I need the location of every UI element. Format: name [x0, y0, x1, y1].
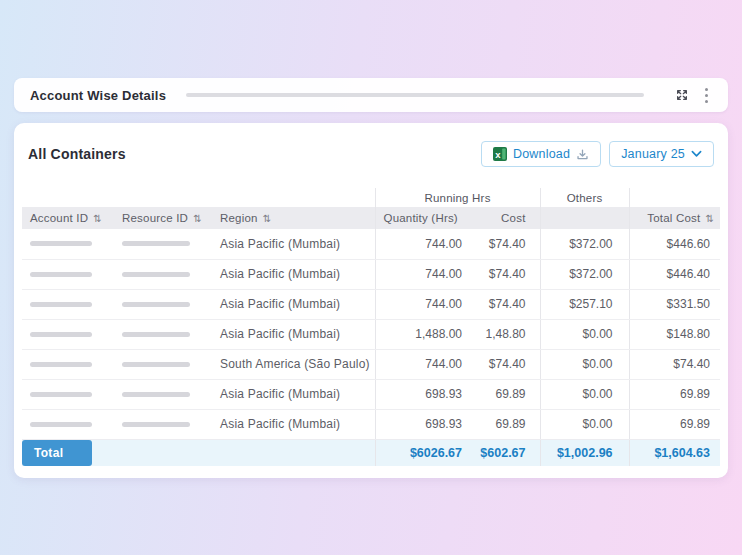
account-id-placeholder [30, 272, 92, 277]
cost-cell: 1,48.80 [467, 319, 540, 349]
account-id-cell [22, 289, 114, 319]
total-cost: $602.67 [467, 439, 540, 466]
panel-actions: x Download January 25 [481, 141, 714, 167]
total-cost-cell: $446.40 [629, 259, 720, 289]
column-header-row: Account ID⇅ Resource ID⇅ Region⇅ Quantit… [22, 207, 720, 229]
total-cost-cell: 69.89 [629, 409, 720, 439]
group-header-row: Running Hrs Others [22, 188, 720, 207]
table-body: Asia Pacific (Mumbai) 744.00 $74.40 $372… [22, 229, 720, 439]
cost-cell: $74.40 [467, 349, 540, 379]
expand-icon[interactable] [670, 83, 694, 107]
drag-handle-line [186, 93, 644, 97]
column-header-others-empty [540, 207, 629, 229]
others-cell: $0.00 [540, 349, 629, 379]
others-cell: $0.00 [540, 379, 629, 409]
region-cell: Asia Pacific (Mumbai) [212, 289, 375, 319]
panel-title: All Containers [28, 146, 126, 162]
download-button-label: Download [513, 147, 570, 161]
month-dropdown[interactable]: January 25 [609, 141, 714, 167]
resource-id-cell [114, 229, 212, 259]
quantity-cell: 744.00 [375, 229, 467, 259]
total-badge-cell: Total [22, 439, 114, 466]
account-id-cell [22, 409, 114, 439]
others-cell: $0.00 [540, 319, 629, 349]
resource-id-cell [114, 379, 212, 409]
others-cell: $372.00 [540, 229, 629, 259]
account-id-cell [22, 319, 114, 349]
all-containers-card: All Containers x Download [14, 123, 728, 478]
table-row: Asia Pacific (Mumbai) 744.00 $74.40 $372… [22, 259, 720, 289]
resource-id-placeholder [122, 362, 190, 367]
region-cell: South America (São Paulo) [212, 349, 375, 379]
others-cell: $257.10 [540, 289, 629, 319]
table-row: Asia Pacific (Mumbai) 1,488.00 1,48.80 $… [22, 319, 720, 349]
resource-id-cell [114, 349, 212, 379]
table-row: Asia Pacific (Mumbai) 744.00 $74.40 $372… [22, 229, 720, 259]
region-cell: Asia Pacific (Mumbai) [212, 259, 375, 289]
quantity-cell: 744.00 [375, 259, 467, 289]
account-id-placeholder [30, 332, 92, 337]
sort-icon: ⇅ [193, 213, 202, 224]
others-cell: $0.00 [540, 409, 629, 439]
account-id-cell [22, 379, 114, 409]
account-id-placeholder [30, 422, 92, 427]
table-row: Asia Pacific (Mumbai) 698.93 69.89 $0.00… [22, 409, 720, 439]
table-row: Asia Pacific (Mumbai) 698.93 69.89 $0.00… [22, 379, 720, 409]
sort-icon: ⇅ [705, 213, 714, 224]
quantity-cell: 1,488.00 [375, 319, 467, 349]
chevron-down-icon [691, 150, 702, 158]
resource-id-placeholder [122, 272, 190, 277]
cost-cell: $74.40 [467, 259, 540, 289]
total-row: Total $6026.67 $602.67 $1,002.96 $1,604.… [22, 439, 720, 466]
group-header-others: Others [540, 188, 629, 207]
cost-cell: 69.89 [467, 379, 540, 409]
cost-cell: 69.89 [467, 409, 540, 439]
resource-id-placeholder [122, 302, 190, 307]
download-tray-icon [576, 148, 589, 161]
account-id-placeholder [30, 302, 92, 307]
region-cell: Asia Pacific (Mumbai) [212, 229, 375, 259]
account-id-placeholder [30, 362, 92, 367]
download-button[interactable]: x Download [481, 141, 601, 167]
resource-id-placeholder [122, 332, 190, 337]
others-cell: $372.00 [540, 259, 629, 289]
widget-title: Account Wise Details [30, 88, 166, 103]
resource-id-placeholder [122, 392, 190, 397]
column-header-cost: Cost [467, 207, 540, 229]
total-others: $1,002.96 [540, 439, 629, 466]
account-id-cell [22, 349, 114, 379]
total-region-empty [212, 439, 375, 466]
quantity-cell: 744.00 [375, 349, 467, 379]
total-quantity: $6026.67 [375, 439, 467, 466]
quantity-cell: 698.93 [375, 409, 467, 439]
column-header-region[interactable]: Region⇅ [212, 207, 375, 229]
column-header-resource-id[interactable]: Resource ID⇅ [114, 207, 212, 229]
group-header-running-hrs: Running Hrs [375, 188, 540, 207]
total-cost-cell: $74.40 [629, 349, 720, 379]
column-header-quantity: Quantity (Hrs) [375, 207, 467, 229]
total-badge: Total [22, 440, 92, 466]
region-cell: Asia Pacific (Mumbai) [212, 319, 375, 349]
sort-icon: ⇅ [93, 213, 102, 224]
column-header-total-cost[interactable]: Total Cost⇅ [629, 207, 720, 229]
total-cost-cell: $148.80 [629, 319, 720, 349]
total-resource-empty [114, 439, 212, 466]
widget-header-card: Account Wise Details [14, 78, 728, 112]
resource-id-placeholder [122, 422, 190, 427]
table-row: South America (São Paulo) 744.00 $74.40 … [22, 349, 720, 379]
total-cost-cell: $446.60 [629, 229, 720, 259]
cost-cell: $74.40 [467, 289, 540, 319]
month-dropdown-value: January 25 [621, 147, 685, 161]
cost-cell: $74.40 [467, 229, 540, 259]
region-cell: Asia Pacific (Mumbai) [212, 379, 375, 409]
account-id-cell [22, 259, 114, 289]
table-row: Asia Pacific (Mumbai) 744.00 $74.40 $257… [22, 289, 720, 319]
quantity-cell: 698.93 [375, 379, 467, 409]
resource-id-cell [114, 409, 212, 439]
account-id-placeholder [30, 392, 92, 397]
resource-id-cell [114, 259, 212, 289]
excel-icon: x [493, 147, 507, 161]
kebab-menu-icon[interactable] [694, 83, 718, 107]
containers-table: Running Hrs Others Account ID⇅ Resource … [22, 188, 720, 466]
column-header-account-id[interactable]: Account ID⇅ [22, 207, 114, 229]
